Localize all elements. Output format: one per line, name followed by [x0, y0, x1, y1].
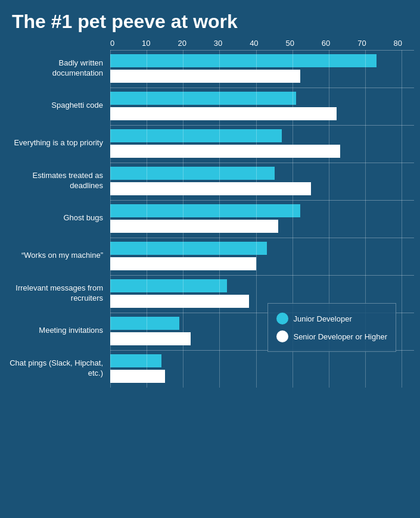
chart-row: “Works on my machine” [6, 238, 414, 274]
senior-bar-wrap [110, 182, 414, 195]
senior-dot [276, 330, 288, 342]
senior-bar [110, 370, 165, 383]
senior-label: Senior Developer or Higher [293, 332, 387, 341]
legend-junior: Junior Developer [276, 313, 387, 324]
row-label: Estimates treated asdeadlines [6, 171, 110, 191]
row-label: “Works on my machine” [6, 251, 110, 261]
junior-label: Junior Developer [293, 314, 351, 323]
senior-bar-wrap [110, 220, 414, 233]
axis-label: 40 [250, 39, 258, 48]
bars-column [110, 200, 414, 236]
bars-column [110, 88, 414, 124]
junior-bar-wrap [110, 167, 414, 180]
page-title: The #1 pet peeve at work [0, 0, 420, 39]
junior-bar [110, 204, 300, 217]
junior-dot [276, 313, 288, 324]
axis-label: 80 [394, 39, 402, 48]
junior-bar [110, 354, 161, 367]
senior-bar [110, 220, 278, 233]
senior-bar [110, 145, 340, 158]
axis-label: 10 [142, 39, 150, 48]
axis-label: 60 [322, 39, 330, 48]
bars-column [110, 125, 414, 161]
bars-column [110, 163, 414, 199]
row-label: Irrelevant messages fromrecruiters [6, 283, 110, 304]
axis-label: 20 [178, 39, 186, 48]
axis-label: 50 [285, 39, 294, 48]
chart-row: Chat pings (Slack, Hipchat,etc.) [6, 350, 414, 386]
junior-bar-wrap [110, 279, 414, 292]
chart-row: Badly writtendocumentation [6, 50, 414, 86]
chart-row: Ghost bugs [6, 200, 414, 236]
junior-bar [110, 167, 275, 180]
junior-bar [110, 54, 377, 67]
row-label: Meeting invitations [6, 326, 110, 336]
junior-bar-wrap [110, 204, 414, 217]
senior-bar-wrap [110, 370, 414, 383]
row-label: Spaghetti code [6, 101, 110, 111]
junior-bar [110, 242, 267, 255]
axis-label: 0 [110, 39, 114, 48]
senior-bar-wrap [110, 70, 414, 83]
senior-bar-wrap [110, 145, 414, 158]
junior-bar-wrap [110, 54, 414, 67]
row-label: Everything is a top priority [6, 138, 110, 148]
senior-bar [110, 182, 311, 195]
senior-bar [110, 295, 249, 308]
senior-bar [110, 107, 337, 120]
chart-row: Estimates treated asdeadlines [6, 163, 414, 199]
junior-bar-wrap [110, 92, 414, 105]
axis-label: 30 [214, 39, 222, 48]
senior-bar [110, 257, 256, 270]
chart-row: Everything is a top priority [6, 125, 414, 161]
junior-bar-wrap [110, 242, 414, 255]
junior-bar [110, 317, 179, 330]
junior-bar-wrap [110, 129, 414, 142]
legend: Junior Developer Senior Developer or Hig… [267, 303, 396, 352]
senior-bar-wrap [110, 107, 414, 120]
senior-bar [110, 332, 191, 345]
bars-column [110, 50, 414, 86]
bars-column [110, 350, 414, 386]
junior-bar [110, 92, 296, 105]
junior-bar [110, 279, 227, 292]
chart-row: Spaghetti code [6, 88, 414, 124]
junior-bar [110, 129, 282, 142]
bars-column [110, 238, 414, 274]
junior-bar-wrap [110, 354, 414, 367]
row-label: Ghost bugs [6, 213, 110, 223]
legend-senior: Senior Developer or Higher [276, 330, 387, 342]
row-label: Chat pings (Slack, Hipchat,etc.) [6, 358, 110, 379]
axis-labels: 01020304050607080 [110, 39, 402, 48]
axis-label: 70 [357, 39, 366, 48]
senior-bar-wrap [110, 257, 414, 270]
row-label: Badly writtendocumentation [6, 58, 110, 79]
senior-bar [110, 70, 300, 83]
